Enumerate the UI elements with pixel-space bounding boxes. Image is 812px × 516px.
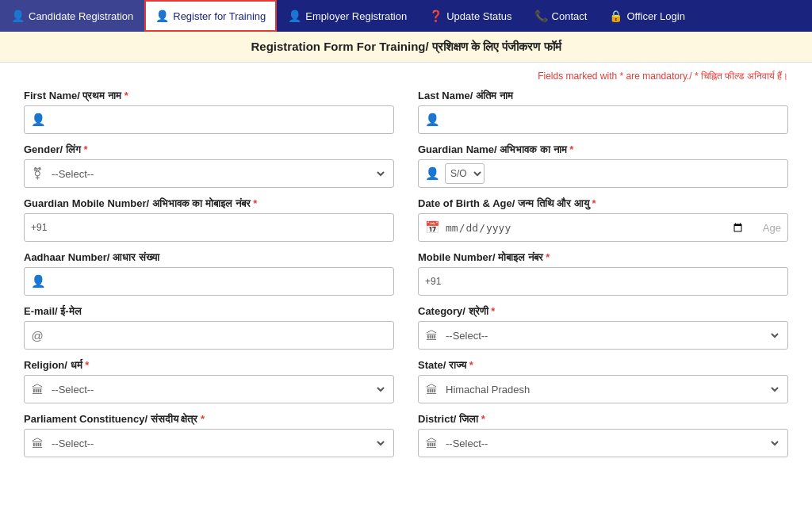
mandatory-note: Fields marked with * are mandatory./ * च… bbox=[24, 71, 788, 82]
mobile-group: Mobile Number/ मोबाइल नंबर * +91 bbox=[418, 251, 788, 296]
guardian-name-wrapper: 👤 S/O D/O W/O bbox=[418, 159, 788, 188]
guardian-name-input[interactable] bbox=[489, 168, 781, 180]
first-name-label: First Name/ प्रथम नाम * bbox=[24, 90, 394, 102]
aadhaar-label: Aadhaar Number/ आधार संख्या bbox=[24, 251, 394, 264]
mobile-wrapper: +91 bbox=[418, 267, 788, 296]
aadhaar-group: Aadhaar Number/ आधार संख्या 👤 bbox=[24, 251, 394, 296]
religion-select[interactable]: --Select-- Hindu Muslim Christian Sikh O… bbox=[48, 383, 387, 396]
religion-wrapper: 🏛 --Select-- Hindu Muslim Christian Sikh… bbox=[24, 375, 394, 403]
guardian-mobile-wrapper: +91 bbox=[24, 213, 394, 242]
first-name-input[interactable] bbox=[51, 114, 387, 126]
guardian-mobile-label: Guardian Mobile Number/ अभिभावक का मोबाइ… bbox=[24, 197, 394, 210]
email-label: E-mail/ ई-मेल bbox=[24, 305, 394, 318]
email-wrapper: @ bbox=[24, 321, 394, 350]
guardian-mobile-prefix: +91 bbox=[31, 222, 47, 233]
gender-select[interactable]: --Select-- Male Female Other bbox=[48, 167, 387, 181]
main-content: Fields marked with * are mandatory./ * च… bbox=[0, 63, 812, 473]
state-select[interactable]: Himachal Pradesh bbox=[442, 383, 781, 396]
last-name-label: Last Name/ अंतिम नाम bbox=[418, 90, 788, 102]
dob-input[interactable] bbox=[445, 221, 745, 235]
guardian-mobile-group: Guardian Mobile Number/ अभिभावक का मोबाइ… bbox=[24, 197, 394, 242]
category-group: Category/ श्रेणी * 🏛 --Select-- General … bbox=[418, 305, 788, 350]
lock-icon: 🔒 bbox=[609, 10, 622, 22]
nav-candidate-registration[interactable]: 👤 Candidate Registration bbox=[0, 0, 144, 32]
person-icon-guardian: 👤 bbox=[425, 166, 440, 181]
person-icon-aadhaar: 👤 bbox=[31, 274, 46, 289]
building-icon-category: 🏛 bbox=[425, 329, 438, 342]
state-group: State/ राज्य * 🏛 Himachal Pradesh bbox=[418, 359, 788, 403]
nav-officer-login[interactable]: 🔒 Officer Login bbox=[598, 0, 695, 32]
person-icon: 👤 bbox=[11, 10, 25, 22]
state-label: State/ राज्य * bbox=[418, 359, 788, 372]
last-name-wrapper: 👤 bbox=[418, 105, 788, 134]
mobile-input[interactable] bbox=[446, 276, 781, 288]
state-wrapper: 🏛 Himachal Pradesh bbox=[418, 375, 788, 403]
category-label: Category/ श्रेणी * bbox=[418, 305, 788, 318]
building-icon-parliament: 🏛 bbox=[31, 437, 44, 450]
guardian-name-label: Guardian Name/ अभिभावक का नाम * bbox=[418, 143, 788, 156]
gender-wrapper: ⚧ --Select-- Male Female Other bbox=[24, 159, 394, 188]
gender-label: Gender/ लिंग * bbox=[24, 143, 394, 156]
parliament-wrapper: 🏛 --Select-- bbox=[24, 429, 394, 457]
religion-group: Religion/ धर्म * 🏛 --Select-- Hindu Musl… bbox=[24, 359, 394, 403]
age-placeholder: Age bbox=[749, 222, 781, 234]
person-icon-first: 👤 bbox=[31, 113, 46, 127]
building-icon-state: 🏛 bbox=[425, 383, 438, 396]
navbar: 👤 Candidate Registration 👤 Register for … bbox=[0, 0, 812, 32]
question-icon: ❓ bbox=[429, 10, 442, 22]
aadhaar-wrapper: 👤 bbox=[24, 267, 394, 296]
dob-label: Date of Birth & Age/ जन्म तिथि और आयु * bbox=[418, 197, 788, 210]
first-name-group: First Name/ प्रथम नाम * 👤 bbox=[24, 90, 394, 134]
at-icon: @ bbox=[31, 329, 44, 342]
phone-icon: 📞 bbox=[534, 10, 548, 22]
mobile-prefix: +91 bbox=[425, 276, 441, 287]
district-wrapper: 🏛 --Select-- bbox=[418, 429, 788, 457]
page-title: Registration Form For Training/ प्रशिक्ष… bbox=[0, 32, 812, 63]
guardian-name-group: Guardian Name/ अभिभावक का नाम * 👤 S/O D/… bbox=[418, 143, 788, 188]
person-icon-employer: 👤 bbox=[288, 10, 301, 22]
district-select[interactable]: --Select-- bbox=[442, 437, 781, 450]
registration-form: First Name/ प्रथम नाम * 👤 Last Name/ अंत… bbox=[24, 90, 788, 457]
category-select[interactable]: --Select-- General OBC SC ST bbox=[442, 329, 781, 342]
dob-wrapper: 📅 Age bbox=[418, 213, 788, 242]
category-wrapper: 🏛 --Select-- General OBC SC ST bbox=[418, 321, 788, 350]
parliament-select[interactable]: --Select-- bbox=[48, 437, 387, 450]
mobile-label: Mobile Number/ मोबाइल नंबर * bbox=[418, 251, 788, 264]
person-icon-training: 👤 bbox=[155, 10, 169, 22]
gender-icon: ⚧ bbox=[31, 166, 44, 181]
dob-group: Date of Birth & Age/ जन्म तिथि और आयु * … bbox=[418, 197, 788, 242]
aadhaar-input[interactable] bbox=[51, 276, 387, 288]
parliament-label: Parliament Constituency/ संसदीय क्षेत्र … bbox=[24, 413, 394, 426]
nav-contact[interactable]: 📞 Contact bbox=[523, 0, 599, 32]
building-icon-district: 🏛 bbox=[425, 437, 438, 450]
nav-employer-registration[interactable]: 👤 Employer Registration bbox=[277, 0, 418, 32]
district-label: District/ जिला * bbox=[418, 413, 788, 426]
last-name-group: Last Name/ अंतिम नाम 👤 bbox=[418, 90, 788, 134]
guardian-mobile-input[interactable] bbox=[52, 222, 387, 234]
calendar-icon: 📅 bbox=[425, 220, 440, 235]
guardian-prefix-select[interactable]: S/O D/O W/O bbox=[445, 163, 485, 184]
last-name-input[interactable] bbox=[445, 114, 781, 126]
building-icon-religion: 🏛 bbox=[31, 383, 44, 396]
email-input[interactable] bbox=[48, 330, 387, 342]
first-name-wrapper: 👤 bbox=[24, 105, 394, 134]
religion-label: Religion/ धर्म * bbox=[24, 359, 394, 372]
nav-register-for-training[interactable]: 👤 Register for Training bbox=[144, 0, 277, 32]
nav-update-status[interactable]: ❓ Update Status bbox=[418, 0, 523, 32]
parliament-group: Parliament Constituency/ संसदीय क्षेत्र … bbox=[24, 413, 394, 457]
district-group: District/ जिला * 🏛 --Select-- bbox=[418, 413, 788, 457]
person-icon-last: 👤 bbox=[425, 113, 440, 127]
gender-group: Gender/ लिंग * ⚧ --Select-- Male Female … bbox=[24, 143, 394, 188]
email-group: E-mail/ ई-मेल @ bbox=[24, 305, 394, 350]
